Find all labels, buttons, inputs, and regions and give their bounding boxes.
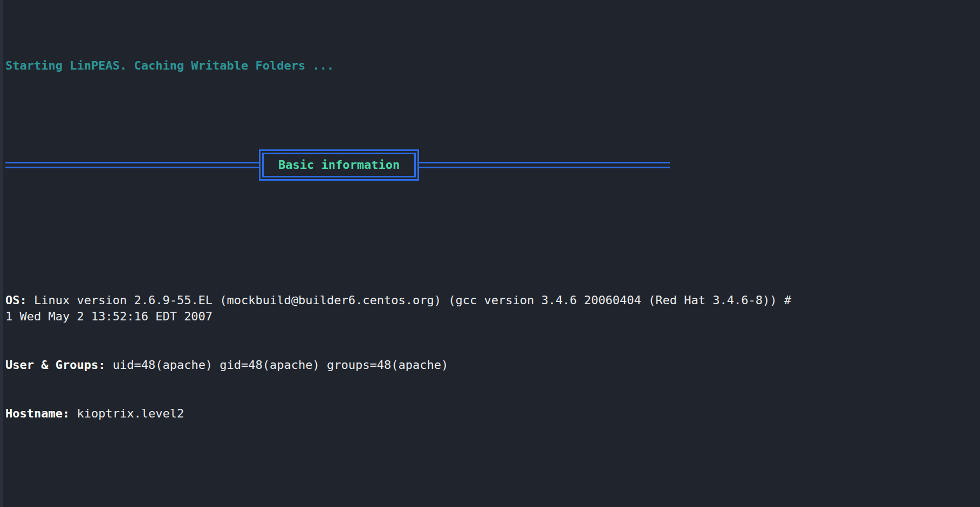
terminal-left-edge [0,0,3,507]
banner-basic-title: Basic information [278,157,400,173]
hostname-value: kioptrix.level2 [77,407,184,420]
hostname-line: Hostname: kioptrix.level2 [5,406,795,422]
user-groups-value: uid=48(apache) gid=48(apache) groups=48(… [113,358,449,372]
intro-line: Starting LinPEAS. Caching Writable Folde… [5,58,795,74]
os-value: Linux version 2.6.9-55.EL (mockbuild@bui… [5,293,791,323]
banner-basic-information: Basic information [5,149,795,181]
terminal-output: Starting LinPEAS. Caching Writable Folde… [5,0,795,507]
hostname-label: Hostname: [5,407,77,420]
user-groups-label: User & Groups: [5,358,113,372]
terminal-window[interactable]: Starting LinPEAS. Caching Writable Folde… [0,0,980,507]
os-label: OS: [5,293,34,307]
banner-box: Basic information [259,149,419,181]
basic-info-block: OS: Linux version 2.6.9-55.EL (mockbuild… [5,260,795,454]
banner-line-right [419,162,670,168]
os-line: OS: Linux version 2.6.9-55.EL (mockbuild… [5,292,795,325]
banner-line-left [5,162,259,168]
user-groups-line: User & Groups: uid=48(apache) gid=48(apa… [5,357,795,373]
